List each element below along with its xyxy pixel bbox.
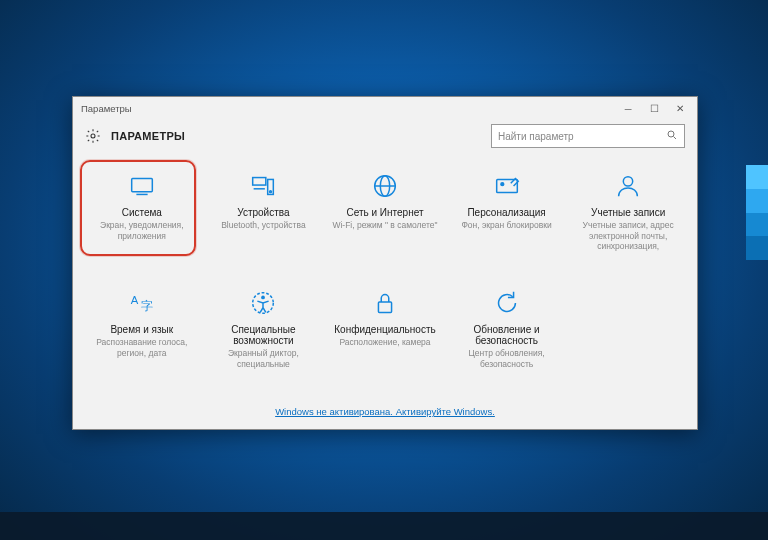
settings-grid: Система Экран, уведомления, приложения У… <box>73 153 697 395</box>
language-icon: A字 <box>127 288 157 318</box>
svg-rect-19 <box>378 302 391 312</box>
tile-personalization[interactable]: Персонализация Фон, экран блокировки <box>446 161 568 278</box>
svg-text:A: A <box>131 294 139 306</box>
tile-title: Конфиденциальность <box>334 324 435 335</box>
svg-point-14 <box>624 177 633 186</box>
search-placeholder: Найти параметр <box>498 131 574 142</box>
tile-title: Специальные возможности <box>209 324 319 346</box>
activation-footer: Windows не активирована. Активируйте Win… <box>73 395 697 429</box>
tile-accounts[interactable]: Учетные записи Учетные записи, адрес эле… <box>567 161 689 278</box>
tile-subtitle: Распознавание голоса, регион, дата <box>87 337 197 358</box>
tile-privacy[interactable]: Конфиденциальность Расположение, камера <box>324 278 446 395</box>
tile-title: Устройства <box>237 207 289 218</box>
svg-rect-5 <box>253 178 266 186</box>
settings-window: Параметры ─ ☐ ✕ ПАРАМЕТРЫ Найти параметр <box>72 96 698 430</box>
tile-title: Время и язык <box>110 324 173 335</box>
maximize-button[interactable]: ☐ <box>641 99 667 117</box>
tile-title: Персонализация <box>467 207 545 218</box>
tile-title: Учетные записи <box>591 207 665 218</box>
tile-devices[interactable]: Устройства Bluetooth, устройства <box>203 161 325 278</box>
display-icon <box>127 171 157 201</box>
tile-subtitle: Фон, экран блокировки <box>461 220 551 231</box>
lock-icon <box>370 288 400 318</box>
accessibility-icon <box>248 288 278 318</box>
tile-subtitle: Экран, уведомления, приложения <box>87 220 197 241</box>
settings-header: ПАРАМЕТРЫ Найти параметр <box>73 119 697 153</box>
minimize-button[interactable]: ─ <box>615 99 641 117</box>
desktop-accent <box>746 165 768 260</box>
update-icon <box>492 288 522 318</box>
svg-rect-3 <box>131 179 152 192</box>
tile-network[interactable]: Сеть и Интернет Wi-Fi, режим " в самолет… <box>324 161 446 278</box>
svg-point-0 <box>91 134 95 138</box>
search-input[interactable]: Найти параметр <box>491 124 685 148</box>
svg-point-1 <box>668 131 674 137</box>
taskbar[interactable] <box>0 512 768 540</box>
tile-ease-of-access[interactable]: Специальные возможности Экранный диктор,… <box>203 278 325 395</box>
gear-icon <box>85 128 101 144</box>
personalization-icon <box>492 171 522 201</box>
tile-update-security[interactable]: Обновление и безопасность Центр обновлен… <box>446 278 568 395</box>
svg-point-13 <box>501 183 504 186</box>
tile-subtitle: Расположение, камера <box>339 337 430 348</box>
tile-subtitle: Центр обновления, безопасность <box>452 348 562 369</box>
devices-icon <box>248 171 278 201</box>
svg-text:字: 字 <box>141 299 153 313</box>
tile-subtitle: Экранный диктор, специальные <box>209 348 319 369</box>
page-title: ПАРАМЕТРЫ <box>111 130 185 142</box>
tile-time-language[interactable]: A字 Время и язык Распознавание голоса, ре… <box>81 278 203 395</box>
tile-title: Система <box>122 207 162 218</box>
tile-subtitle: Wi-Fi, режим " в самолете" <box>332 220 437 231</box>
activation-link[interactable]: Windows не активирована. Активируйте Win… <box>275 406 495 417</box>
window-titlebar[interactable]: Параметры ─ ☐ ✕ <box>73 97 697 119</box>
close-button[interactable]: ✕ <box>667 99 693 117</box>
tile-subtitle: Bluetooth, устройства <box>221 220 305 231</box>
globe-icon <box>370 171 400 201</box>
desktop: Параметры ─ ☐ ✕ ПАРАМЕТРЫ Найти параметр <box>0 0 768 540</box>
svg-point-7 <box>270 191 272 193</box>
tile-title: Сеть и Интернет <box>346 207 423 218</box>
search-icon <box>666 129 678 143</box>
svg-point-18 <box>262 296 266 300</box>
window-title: Параметры <box>81 103 132 114</box>
tile-title: Обновление и безопасность <box>452 324 562 346</box>
tile-subtitle: Учетные записи, адрес электронной почты,… <box>573 220 683 252</box>
tile-system[interactable]: Система Экран, уведомления, приложения <box>81 161 203 278</box>
svg-line-2 <box>674 137 677 140</box>
person-icon <box>613 171 643 201</box>
